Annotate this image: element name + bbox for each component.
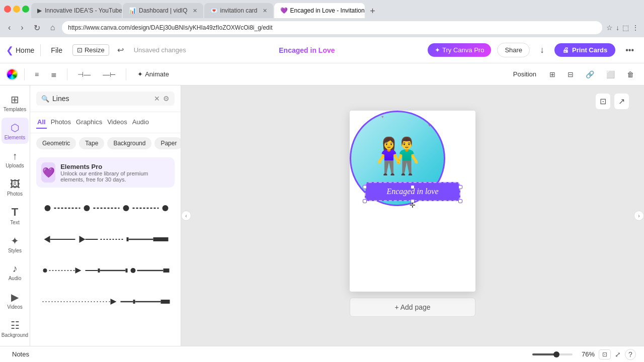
refresh-button[interactable]: ↻ — [31, 22, 43, 34]
heart-decor-5: ♥ — [436, 120, 439, 124]
help-button[interactable]: ? — [625, 349, 636, 360]
line-item-2[interactable] — [36, 227, 175, 252]
search-panel: 🔍 ✕ ⚙ All Photos Graphics Videos Audio G… — [30, 85, 181, 346]
panel-collapse-handle[interactable]: ‹ — [181, 211, 191, 221]
download-button[interactable]: ↓ — [536, 43, 548, 57]
address-input[interactable] — [62, 21, 602, 34]
canvas-duplicate-button[interactable]: ⊡ — [596, 94, 610, 109]
search-input[interactable] — [52, 95, 151, 103]
filter-tab-graphics[interactable]: Graphics — [75, 116, 103, 129]
home-button[interactable]: ❮ Home — [6, 45, 34, 56]
chip-paper[interactable]: Paper — [154, 137, 181, 149]
canvas-export-button[interactable]: ↗ — [614, 94, 629, 109]
tab-vidiq[interactable]: 📊 Dashboard | vidIQ ✕ — [123, 3, 203, 18]
link-button[interactable]: 🔗 — [582, 68, 598, 80]
line-item-1[interactable] — [36, 196, 175, 221]
line-item-4[interactable] — [36, 289, 175, 314]
try-canva-button[interactable]: ✦ Try Canva Pro — [428, 43, 491, 57]
tab-bar: ▶ Innovative IDEA'S - YouTube ✕ 📊 Dashbo… — [31, 0, 640, 18]
pro-text: Elements Pro Unlock our entire library o… — [60, 163, 170, 183]
flip-v-button[interactable]: —⊢ — [99, 68, 120, 80]
color-picker[interactable] — [6, 68, 18, 80]
zoom-slider[interactable] — [532, 353, 573, 355]
fit-page-button[interactable]: ⊡ — [599, 349, 611, 359]
zoom-control: 76% ⊡ ⤢ ? — [532, 349, 636, 360]
handle-tm[interactable] — [411, 185, 415, 189]
more-options-button[interactable]: ••• — [621, 44, 638, 57]
zoom-slider-thumb[interactable] — [553, 351, 559, 357]
chip-background[interactable]: Background — [107, 137, 151, 149]
svg-rect-14 — [153, 237, 169, 241]
animate-button[interactable]: ✦ Animate — [132, 68, 174, 80]
share-button[interactable]: Share — [497, 43, 530, 57]
sidebar-item-elements[interactable]: ⬡ Elements — [2, 118, 29, 144]
extensions-icon[interactable]: ⬚ — [622, 24, 629, 32]
search-filter-button[interactable]: ⚙ — [163, 95, 170, 103]
sidebar-item-background[interactable]: ☷ Background — [2, 316, 29, 342]
position-button[interactable]: Position — [508, 68, 541, 80]
flip-h-button[interactable]: ⊣— — [73, 68, 95, 80]
crop-icon: ⊞ — [549, 70, 555, 78]
notes-button[interactable]: Notes — [8, 349, 33, 359]
align-left-button[interactable]: ≡ — [31, 68, 43, 80]
search-clear-button[interactable]: ✕ — [154, 95, 160, 103]
svg-rect-24 — [164, 268, 170, 273]
resize-label: Resize — [85, 46, 105, 54]
tab-close-invitation[interactable]: ✕ — [263, 8, 267, 14]
heart-decor-4: ♥ — [356, 127, 359, 132]
add-page-button[interactable]: + Add page — [350, 298, 475, 317]
filter-tab-audio[interactable]: Audio — [131, 116, 150, 129]
file-button[interactable]: File — [47, 44, 66, 56]
panel-expand-handle[interactable]: › — [634, 211, 644, 221]
svg-marker-7 — [44, 236, 50, 243]
sidebar-item-photos[interactable]: 🖼 Photos — [2, 174, 29, 201]
filter-tab-all[interactable]: All — [36, 116, 47, 129]
align-button[interactable]: ≣ — [47, 68, 61, 80]
browser-action-icons: ☆ ↓ ⬚ ⋮ — [606, 24, 639, 32]
handle-tl[interactable] — [363, 185, 367, 189]
forward-button[interactable]: › — [18, 22, 26, 33]
handle-tr[interactable] — [458, 185, 462, 189]
filter-tab-photos[interactable]: Photos — [50, 116, 72, 129]
tab-invitation[interactable]: 💌 invitation card ✕ — [204, 3, 273, 18]
print-cards-button[interactable]: 🖨 Print Cards — [554, 43, 615, 57]
window-minimize-btn[interactable] — [13, 6, 20, 13]
chip-tape[interactable]: Tape — [79, 137, 104, 149]
sidebar-item-text[interactable]: T Text — [2, 203, 29, 229]
undo-button[interactable]: ↩ — [115, 44, 126, 56]
frame-button[interactable]: ⬜ — [602, 68, 619, 80]
home-page-button[interactable]: ⌂ — [47, 22, 58, 33]
chip-geometric[interactable]: Geometric — [36, 137, 76, 149]
tab-canva-active[interactable]: 💜 Encaged in Love - Invitation (A... ✕ — [274, 3, 365, 18]
canvas-page[interactable]: 👫 ♥ ♥ ♥ ♥ ♥ Encaged in love — [350, 111, 475, 292]
text-element-wrapper: Encaged in love ✛ — [365, 187, 460, 201]
browser-menu-icon[interactable]: ⋮ — [632, 24, 639, 32]
sidebar-item-audio[interactable]: ♪ Audio — [2, 259, 29, 285]
filter-tab-videos[interactable]: Videos — [106, 116, 128, 129]
sidebar-item-styles[interactable]: ✦ Styles — [2, 231, 29, 257]
trash-button[interactable]: 🗑 — [623, 68, 638, 80]
pro-banner[interactable]: 💜 Elements Pro Unlock our entire library… — [36, 157, 175, 188]
bookmark-icon[interactable]: ☆ — [606, 24, 613, 32]
handle-bl[interactable] — [363, 199, 367, 203]
tab-close-vidiq[interactable]: ✕ — [193, 8, 197, 14]
fullscreen-button[interactable]: ⤢ — [615, 350, 621, 358]
sidebar-item-uploads[interactable]: ↑ Uploads — [2, 146, 29, 172]
background-icon: ☷ — [11, 319, 20, 331]
crop-button[interactable]: ⊞ — [545, 68, 559, 80]
print-label: Print Cards — [572, 46, 607, 54]
search-input-wrap: 🔍 ✕ ⚙ — [36, 92, 175, 106]
line-item-3[interactable] — [36, 258, 175, 283]
window-close-btn[interactable] — [4, 6, 11, 13]
tab-youtube[interactable]: ▶ Innovative IDEA'S - YouTube ✕ — [31, 3, 122, 18]
sidebar-item-videos[interactable]: ▶ Videos — [2, 288, 29, 314]
svg-point-4 — [123, 205, 129, 211]
resize-button[interactable]: ⊡ Resize — [72, 44, 109, 56]
grid-button[interactable]: ⊟ — [564, 68, 578, 80]
back-button[interactable]: ‹ — [5, 22, 14, 33]
new-tab-button[interactable]: + — [366, 4, 380, 18]
window-maximize-btn[interactable] — [22, 6, 29, 13]
sidebar-item-templates[interactable]: ⊞ Templates — [2, 89, 29, 116]
handle-br[interactable] — [458, 199, 462, 203]
download-icon[interactable]: ↓ — [616, 24, 619, 32]
